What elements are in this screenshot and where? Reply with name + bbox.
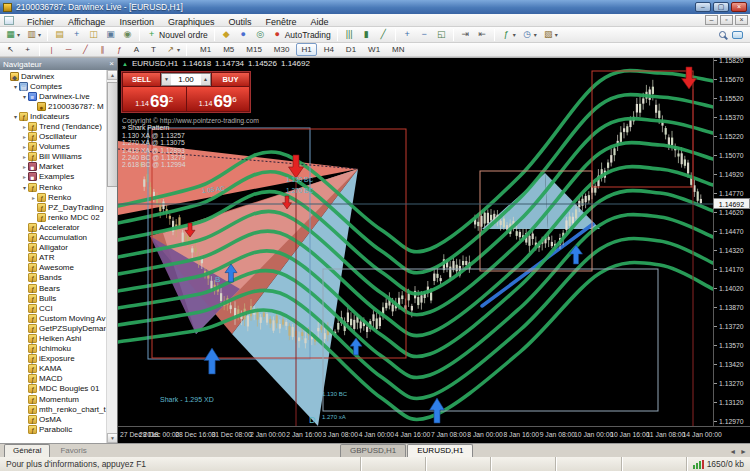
fibonacci-icon[interactable]: ƒ (112, 43, 127, 56)
line-chart-icon[interactable]: ╱ (376, 28, 391, 41)
tree-item-oscillateur[interactable]: ▸ƒOscillateur (0, 132, 106, 142)
sell-button[interactable]: SELL (123, 73, 160, 86)
volume-decrease-icon[interactable]: ▼ (162, 74, 171, 85)
tree-item-examples[interactable]: ▸■Examples (0, 172, 106, 182)
new-chart-icon[interactable]: ▦▾ (3, 28, 22, 41)
profiles-icon[interactable]: ▥▾ (24, 28, 43, 41)
bars-chart-icon[interactable]: ||| (342, 28, 357, 41)
timeframe-button[interactable]: M1 (195, 43, 216, 56)
time-axis[interactable]: 27 Dec 201828 Dec 00:0028 Dec 16:0031 De… (118, 426, 750, 444)
data-window-icon[interactable]: + (69, 28, 84, 41)
tree-item-macd[interactable]: ƒMACD (0, 374, 106, 384)
timeframe-button[interactable]: M15 (241, 43, 267, 56)
tree-item-darwinex[interactable]: ◆Darwinex (0, 71, 106, 81)
tree-expander-icon[interactable]: ▾ (12, 113, 19, 120)
menu-item[interactable]: Aide (304, 17, 336, 27)
tree-expander-icon[interactable]: ▸ (21, 143, 28, 150)
timeframe-button[interactable]: D1 (341, 43, 361, 56)
tab-scroll-left-icon[interactable]: ◄ (729, 448, 736, 455)
tree-expander-icon[interactable]: ▸ (21, 153, 28, 160)
metaeditor-icon[interactable]: ◆ (219, 28, 234, 41)
tree-item-atr[interactable]: ƒATR (0, 253, 106, 263)
tree-expander-icon[interactable]: ▸ (30, 194, 37, 201)
zoom-in-icon[interactable]: + (400, 28, 415, 41)
tree-item-renko[interactable]: ▾ƒRenko (0, 182, 106, 192)
horizontal-line-icon[interactable]: ─ (61, 43, 76, 56)
menu-item[interactable]: Fichier (20, 17, 61, 27)
terminal-panel-icon[interactable]: ▣ (103, 28, 118, 41)
periods-icon[interactable]: ◷▾ (520, 28, 539, 41)
tree-item-indicateurs[interactable]: ▾ƒIndicateurs (0, 111, 106, 121)
tree-item-accelerator[interactable]: ƒAccelerator (0, 222, 106, 232)
timeframe-button[interactable]: H1 (296, 43, 316, 56)
chevron-down-icon[interactable]: ▾ (177, 46, 180, 53)
objects-icon[interactable]: ↗▾ (163, 43, 182, 56)
tab-scroll-right-icon[interactable]: ► (740, 448, 747, 455)
chevron-down-icon[interactable]: ▾ (534, 31, 537, 38)
buy-price[interactable]: 1.14 69 6 (187, 87, 250, 111)
navtab-g-n-ral[interactable]: Général (4, 444, 50, 457)
navigator-scrollbar[interactable]: ▲ ▼ (106, 70, 117, 443)
text-label-icon[interactable]: T (146, 43, 161, 56)
volume-value[interactable]: 1.00 (171, 74, 201, 85)
tree-item-momentum[interactable]: ƒMomentum (0, 394, 106, 404)
charttab-gbpusd-h1[interactable]: GBPUSD,H1 (340, 444, 406, 457)
menu-item[interactable]: Outils (221, 17, 258, 27)
timeframe-button[interactable]: W1 (363, 43, 385, 56)
chat-icon[interactable] (732, 31, 743, 39)
tree-expander-icon[interactable]: ▾ (21, 93, 28, 100)
navigator-close-icon[interactable]: × (109, 60, 114, 68)
tree-expander-icon[interactable]: ▸ (21, 123, 28, 130)
tree-item-comptes[interactable]: ▾▤Comptes (0, 81, 106, 91)
tree-item-2100036787-m[interactable]: ●2100036787: M (0, 101, 106, 111)
minimize-button[interactable]: – (695, 2, 711, 12)
tree-item-bears[interactable]: ƒBears (0, 283, 106, 293)
chart-window[interactable]: 1.05 AC1.130 BC1.270 BCBD1.130 BC1.270 x… (118, 58, 750, 444)
child-minimize-button[interactable]: – (705, 15, 718, 25)
zoom-out-icon[interactable]: − (417, 28, 432, 41)
chevron-down-icon[interactable]: ▾ (513, 31, 516, 38)
auto-scroll-icon[interactable]: ⇥ (458, 28, 473, 41)
sell-price[interactable]: 1.14 69 2 (123, 87, 186, 111)
crosshair-icon[interactable]: + (20, 43, 35, 56)
tree-item-volumes[interactable]: ▸ƒVolumes (0, 142, 106, 152)
close-button[interactable]: × (731, 2, 747, 12)
tree-item-mdc-bougies-01[interactable]: ƒMDC Bougies 01 (0, 384, 106, 394)
chart-shift-icon[interactable]: ⇤ (475, 28, 490, 41)
strategy-tester-icon[interactable]: ◉ (120, 28, 135, 41)
menu-item[interactable]: Affichage (61, 17, 112, 27)
tree-item-osma[interactable]: ƒOsMA (0, 414, 106, 424)
maximize-button[interactable]: ▢ (713, 2, 729, 12)
text-icon[interactable]: A (129, 43, 144, 56)
trendline-icon[interactable]: ╱ (78, 43, 93, 56)
chevron-down-icon[interactable]: ▾ (17, 31, 20, 38)
menu-item[interactable]: Graphiques (161, 17, 222, 27)
buy-button[interactable]: BUY (212, 73, 249, 86)
tree-item-heiken-ashi[interactable]: ƒHeiken Ashi (0, 333, 106, 343)
timeframe-button[interactable]: MN (387, 43, 409, 56)
menu-item[interactable]: Insertion (112, 17, 161, 27)
autotrading-button[interactable]: ●AutoTrading (270, 28, 333, 41)
navigator-panel-icon[interactable]: ◫ (86, 28, 101, 41)
tree-item-iexposure[interactable]: ƒiExposure (0, 354, 106, 364)
tree-item-accumulation[interactable]: ƒAccumulation (0, 233, 106, 243)
mql5-web-icon[interactable]: ◎ (253, 28, 268, 41)
timeframe-button[interactable]: M5 (218, 43, 239, 56)
volume-increase-icon[interactable]: ▲ (201, 74, 210, 85)
tree-expander-icon[interactable]: ▾ (12, 83, 19, 90)
tree-expander-icon[interactable]: ▸ (21, 173, 28, 180)
tree-item-alligator[interactable]: ƒAlligator (0, 243, 106, 253)
tree-item-market[interactable]: ▸■Market (0, 162, 106, 172)
cursor-icon[interactable]: ↖ (3, 43, 18, 56)
tree-item-renko[interactable]: ▸ƒRenko (0, 192, 106, 202)
tree-expander-icon[interactable]: ▸ (21, 163, 28, 170)
templates-icon[interactable]: ▧▾ (541, 28, 560, 41)
tree-item-awesome[interactable]: ƒAwesome (0, 263, 106, 273)
tree-expander-icon[interactable]: ▾ (21, 184, 28, 191)
candlestick-chart-icon[interactable]: ▮ (359, 28, 374, 41)
search-icon[interactable] (719, 31, 726, 38)
navtab-favoris[interactable]: Favoris (51, 444, 95, 457)
timeframe-button[interactable]: M30 (269, 43, 295, 56)
menu-item[interactable]: Fenêtre (258, 17, 303, 27)
tree-item-bands[interactable]: ƒBands (0, 273, 106, 283)
